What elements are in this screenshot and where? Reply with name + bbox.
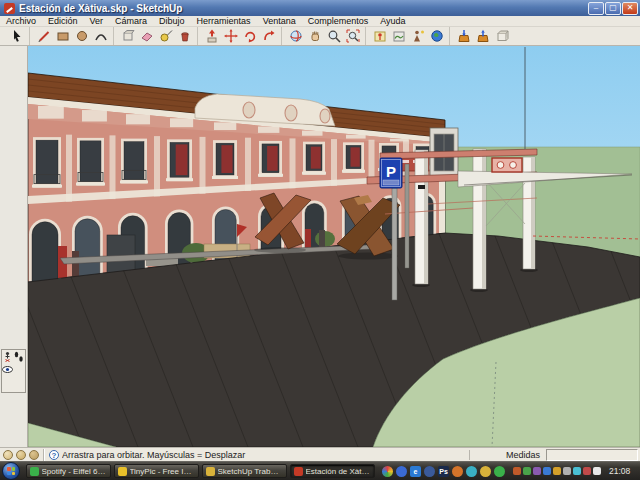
geolocation-status-icon[interactable] <box>3 450 13 460</box>
statusbar-hint: Arrastra para orbitar. Mayúsculas = Desp… <box>62 450 469 460</box>
tray-icon[interactable] <box>593 467 601 475</box>
maximize-button[interactable]: ▢ <box>605 2 621 15</box>
window-title: Estación de Xàtiva.skp - SketchUp <box>19 3 587 14</box>
menu-ayuda[interactable]: Ayuda <box>374 16 411 27</box>
eraser-tool-button[interactable] <box>137 28 156 45</box>
menu-ver[interactable]: Ver <box>84 16 110 27</box>
tray-icon[interactable] <box>573 467 581 475</box>
explorer-icon[interactable] <box>424 466 435 477</box>
preview-in-google-earth-tool-button[interactable] <box>427 28 446 45</box>
add-location-tool-button[interactable] <box>370 28 389 45</box>
media-icon[interactable] <box>466 466 477 477</box>
look-around-icon <box>2 364 13 375</box>
photoshop-icon[interactable]: Ps <box>438 466 449 477</box>
tray-icon[interactable] <box>583 467 591 475</box>
start-button[interactable] <box>2 462 20 480</box>
statusbar-divider <box>43 449 45 461</box>
menu-herramientas[interactable]: Herramientas <box>191 16 257 27</box>
follow-me-tool-button[interactable] <box>259 28 278 45</box>
share-models-tool-button[interactable] <box>473 28 492 45</box>
line-tool-button[interactable] <box>34 28 53 45</box>
tray-icon[interactable] <box>553 467 561 475</box>
sketchup-logo-icon <box>4 3 15 14</box>
components-icon <box>495 29 509 43</box>
arc-tool-button[interactable] <box>91 28 110 45</box>
system-tray <box>513 467 601 475</box>
zoom-extents-icon <box>346 29 360 43</box>
tray-icon[interactable] <box>523 467 531 475</box>
toolbar-group <box>365 27 446 45</box>
spotify-icon[interactable] <box>494 466 505 477</box>
camera-tools-palette <box>1 349 26 393</box>
quick-launch: ePs <box>382 466 505 477</box>
taskbar-button-sketchup[interactable]: Estación de Xàtiva.skp... <box>290 464 375 478</box>
credits-status-icon[interactable] <box>16 450 26 460</box>
photo-textures-tool-button[interactable] <box>408 28 427 45</box>
taskbar-button-spotify[interactable]: Spotify - Eiffel 65 - Vi... <box>26 464 111 478</box>
viewport-canvas[interactable]: P <box>28 46 640 447</box>
sketchup-icon <box>294 467 303 476</box>
menu-dibujo[interactable]: Dibujo <box>153 16 191 27</box>
toolbar-group <box>3 27 26 45</box>
toolbar-group <box>113 27 194 45</box>
walk-tool-button[interactable] <box>13 350 24 363</box>
firefox-icon[interactable] <box>452 466 463 477</box>
photo-textures-icon <box>411 29 425 43</box>
components-tool-button[interactable] <box>492 28 511 45</box>
folder-icon <box>206 467 215 476</box>
toggle-terrain-icon <box>392 29 406 43</box>
pan-tool-button[interactable] <box>305 28 324 45</box>
tape-measure-tool-button[interactable] <box>156 28 175 45</box>
menu-camara[interactable]: Cámara <box>109 16 153 27</box>
select-icon <box>10 29 24 43</box>
tray-icon[interactable] <box>513 467 521 475</box>
tray-icon[interactable] <box>563 467 571 475</box>
red-sign[interactable] <box>492 158 522 172</box>
get-models-tool-button[interactable] <box>454 28 473 45</box>
orbit-tool-button[interactable] <box>286 28 305 45</box>
arc-icon <box>94 29 108 43</box>
status-bar: ? Arrastra para orbitar. Mayúsculas = De… <box>0 447 640 461</box>
model-status-icon[interactable] <box>29 450 39 460</box>
paint-bucket-tool-button[interactable] <box>175 28 194 45</box>
toggle-terrain-tool-button[interactable] <box>389 28 408 45</box>
taskbar-clock[interactable]: 21:08 <box>609 466 630 476</box>
make-component-tool-button[interactable] <box>118 28 137 45</box>
taskbar-button-chrome[interactable]: TinyPic - Free Image H... <box>114 464 199 478</box>
toolbar-group <box>449 27 511 45</box>
tray-icon[interactable] <box>533 467 541 475</box>
sign-pole <box>392 188 397 300</box>
rectangle-tool-button[interactable] <box>53 28 72 45</box>
taskbar-button-folder[interactable]: SketchUp Trabajos <box>202 464 287 478</box>
move-tool-button[interactable] <box>221 28 240 45</box>
zoom-extents-tool-button[interactable] <box>343 28 362 45</box>
zoom-tool-button[interactable] <box>324 28 343 45</box>
position-camera-tool-button[interactable] <box>2 350 13 363</box>
folder-icon[interactable] <box>480 466 491 477</box>
menu-complementos[interactable]: Complementos <box>302 16 375 27</box>
menu-edicion[interactable]: Edición <box>42 16 84 27</box>
circle-tool-button[interactable] <box>72 28 91 45</box>
add-location-icon <box>373 29 387 43</box>
rectangle-icon <box>56 29 70 43</box>
task-button-label: SketchUp Trabajos <box>218 467 283 476</box>
look-around-tool-button[interactable] <box>2 363 13 376</box>
upper-window <box>80 141 101 182</box>
circle-icon <box>75 29 89 43</box>
ie-icon[interactable]: e <box>410 466 421 477</box>
rotate-tool-button[interactable] <box>240 28 259 45</box>
measurements-value-box[interactable] <box>546 449 638 461</box>
chrome-icon[interactable] <box>382 466 393 477</box>
close-button[interactable]: ✕ <box>622 2 638 15</box>
minimize-button[interactable]: – <box>588 2 604 15</box>
windows-logo-icon <box>7 467 15 475</box>
follow-me-icon <box>262 29 276 43</box>
help-icon[interactable]: ? <box>49 450 59 460</box>
menu-ventana[interactable]: Ventana <box>257 16 302 27</box>
menu-archivo[interactable]: Archivo <box>0 16 42 27</box>
messenger-icon[interactable] <box>396 466 407 477</box>
push-pull-tool-button[interactable] <box>202 28 221 45</box>
select-tool-button[interactable] <box>7 28 26 45</box>
move-icon <box>224 29 238 43</box>
tray-icon[interactable] <box>543 467 551 475</box>
